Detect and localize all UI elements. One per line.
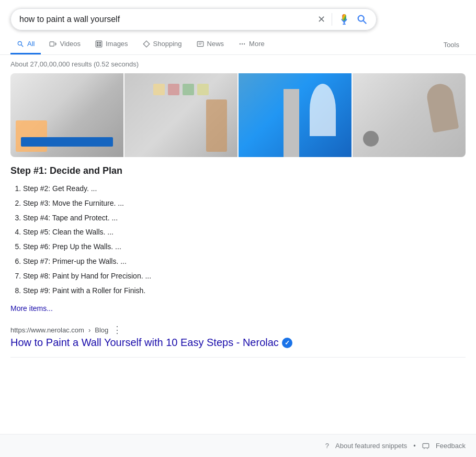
source-url-text: https://www.nerolac.com [10,326,84,334]
tab-shopping[interactable]: Shopping [137,35,188,54]
search-tab-icon [17,40,24,48]
tab-news-label: News [207,40,224,48]
svg-point-19 [244,43,245,44]
result-count: About 27,00,00,000 results (0.52 seconds… [0,55,476,73]
svg-rect-12 [97,44,99,46]
step-title: Step #1: Decide and Plan [10,165,466,176]
source-container: https://www.nerolac.com › Blog ⋮ How to … [0,321,476,353]
list-item: Step #6: Prep Up the Walls. ... [23,241,466,253]
more-items-link[interactable]: More items... [10,304,53,313]
more-tab-icon [239,40,246,48]
result-options-icon[interactable]: ⋮ [112,325,122,335]
separator [10,357,466,358]
list-item: Step #2: Get Ready. ... [23,183,466,195]
tab-videos-label: Videos [60,40,81,48]
search-bar-container: ✕ [0,0,476,30]
svg-rect-9 [96,41,102,47]
image-strip-item-1[interactable] [10,73,123,157]
tab-shopping-label: Shopping [153,40,182,48]
source-url-row: https://www.nerolac.com › Blog ⋮ [10,325,466,335]
result-title[interactable]: How to Paint a Wall Yourself with 10 Eas… [10,337,466,349]
svg-rect-14 [197,41,203,46]
mic-icon[interactable] [338,14,350,25]
tab-all-label: All [27,40,35,48]
steps-container: Step #1: Decide and Plan Step #2: Get Re… [0,165,476,321]
news-tab-icon [197,40,204,48]
svg-point-5 [18,41,21,45]
search-submit-icon[interactable] [356,14,368,25]
search-bar: ✕ [10,8,377,30]
image-strip [10,73,466,157]
clear-icon[interactable]: ✕ [318,14,325,25]
search-divider [332,13,332,26]
source-breadcrumb: › [88,326,90,334]
list-item: Step #4: Tape and Protect. ... [23,212,466,225]
images-tab-icon [95,40,103,48]
result-title-text: How to Paint a Wall Yourself with 10 Eas… [10,337,279,349]
tab-images[interactable]: Images [89,35,134,54]
list-item: Step #8: Paint by Hand for Precision. ..… [23,270,466,283]
svg-line-4 [364,21,367,24]
nav-tabs: All Videos Images Shopping News [0,30,476,55]
svg-line-6 [21,44,24,47]
list-item: Step #9: Paint with a Roller for Finish. [23,285,466,297]
step-list: Step #2: Get Ready. ... Step #3: Move th… [10,183,466,297]
tab-images-label: Images [106,40,128,48]
search-input[interactable] [19,15,318,24]
svg-point-3 [358,16,364,21]
list-item: Step #7: Primer-up the Walls. ... [23,255,466,268]
image-strip-item-4[interactable] [353,73,466,157]
shopping-tab-icon [143,40,150,48]
tab-news[interactable]: News [190,35,231,54]
tab-all[interactable]: All [10,35,41,54]
verified-badge [282,338,292,348]
svg-rect-7 [50,41,54,46]
tab-more[interactable]: More [232,35,271,54]
svg-rect-11 [99,41,101,43]
videos-tab-icon [49,40,56,48]
list-item: Step #3: Move the Furniture. ... [23,197,466,210]
svg-point-17 [240,43,241,44]
search-icons: ✕ [318,13,368,26]
svg-marker-8 [55,41,56,46]
tools-button[interactable]: Tools [437,36,466,54]
svg-rect-10 [97,41,99,43]
tab-more-label: More [249,40,265,48]
source-breadcrumb-blog: Blog [95,326,108,334]
image-strip-item-2[interactable] [124,73,237,157]
image-strip-item-3[interactable] [239,73,352,157]
svg-rect-13 [99,44,101,46]
svg-point-18 [242,43,243,44]
list-item: Step #5: Clean the Walls. ... [23,226,466,239]
tab-videos[interactable]: Videos [43,35,87,54]
